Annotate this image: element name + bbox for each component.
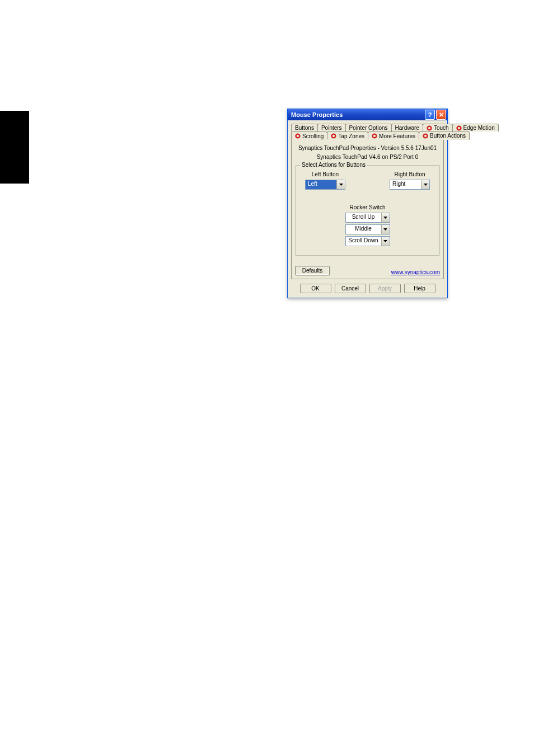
titlebar: Mouse Properties ? ✕ — [288, 109, 447, 120]
select-value: Right — [390, 180, 421, 189]
tab-scrolling[interactable]: Scrolling — [291, 132, 327, 140]
defaults-button[interactable]: Defaults — [295, 266, 330, 275]
tab-label: Buttons — [295, 125, 314, 131]
chevron-down-icon — [381, 237, 390, 246]
rocker-middle-select[interactable]: Middle — [345, 224, 390, 234]
synaptics-swirl-icon — [456, 125, 462, 131]
tab-label: Hardware — [395, 125, 419, 131]
cancel-button[interactable]: Cancel — [335, 284, 366, 293]
chevron-down-icon — [381, 213, 390, 222]
tab-label: Edge Motion — [463, 125, 495, 131]
rocker-down-select[interactable]: Scroll Down — [345, 236, 390, 246]
synaptics-link[interactable]: www.synaptics.com — [391, 269, 440, 275]
synaptics-swirl-icon — [331, 133, 336, 139]
tab-edge-motion[interactable]: Edge Motion — [452, 124, 499, 132]
help-button[interactable]: ? — [425, 110, 435, 120]
tab-more-features[interactable]: More Features — [368, 132, 419, 140]
rocker-up-select[interactable]: Scroll Up — [345, 213, 390, 223]
synaptics-swirl-icon — [295, 133, 301, 139]
left-button-action-select[interactable]: Left — [305, 180, 345, 190]
tab-hardware[interactable]: Hardware — [391, 124, 423, 132]
synaptics-swirl-icon — [427, 125, 432, 131]
group-legend: Select Actions for Buttons — [300, 162, 367, 168]
driver-version-line: Synaptics TouchPad Properties - Version … — [295, 145, 440, 152]
window-title: Mouse Properties — [291, 111, 424, 118]
left-right-columns: Left Button Left Right Button — [300, 171, 435, 190]
chevron-down-icon — [336, 180, 345, 189]
dialog-button-row: OK Cancel Apply Help — [288, 279, 447, 298]
close-button[interactable]: ✕ — [436, 110, 446, 120]
tab-strip: Buttons Pointers Pointer Options Hardwar… — [288, 120, 447, 279]
panel-footer: Defaults www.synaptics.com — [295, 266, 440, 275]
actions-groupbox: Select Actions for Buttons Left Button L… — [295, 165, 440, 256]
left-button-column: Left Button Left — [300, 171, 350, 190]
tab-label: Pointer Options — [349, 125, 388, 131]
page-decor-block — [0, 111, 29, 184]
select-value: Middle — [346, 225, 381, 234]
tab-tap-zones[interactable]: Tap Zones — [327, 132, 368, 140]
right-button-label: Right Button — [394, 171, 425, 177]
rocker-switch-block: Rocker Switch Scroll Up Middle — [300, 204, 435, 246]
tab-label: Pointers — [321, 125, 342, 131]
select-value: Scroll Up — [346, 213, 381, 222]
chevron-down-icon — [381, 225, 390, 234]
synaptics-swirl-icon — [423, 133, 428, 139]
tab-panel-button-actions: Synaptics TouchPad Properties - Version … — [291, 139, 444, 279]
synaptics-swirl-icon — [372, 133, 377, 139]
close-icon: ✕ — [439, 111, 444, 119]
mouse-properties-dialog: Mouse Properties ? ✕ Buttons Pointers Po… — [287, 109, 448, 298]
tab-label: Button Actions — [430, 133, 466, 139]
select-value: Scroll Down — [346, 237, 381, 246]
tab-pointers[interactable]: Pointers — [317, 124, 346, 132]
tab-button-actions[interactable]: Button Actions — [419, 132, 470, 140]
tab-label: Tap Zones — [338, 133, 364, 139]
right-button-column: Right Button Right — [385, 171, 435, 190]
help-dialog-button[interactable]: Help — [404, 284, 435, 293]
select-value: Left — [306, 180, 336, 189]
apply-button[interactable]: Apply — [369, 284, 401, 293]
left-button-label: Left Button — [312, 171, 339, 177]
ok-button[interactable]: OK — [300, 284, 331, 293]
device-line: Synaptics TouchPad V4.6 on PS/2 Port 0 — [295, 154, 440, 161]
tab-row-2: Scrolling Tap Zones More Features — [291, 132, 444, 140]
tab-row-1: Buttons Pointers Pointer Options Hardwar… — [291, 124, 444, 132]
right-button-action-select[interactable]: Right — [390, 180, 430, 190]
chevron-down-icon — [421, 180, 429, 189]
tab-label: Touch — [434, 125, 449, 131]
tab-touch[interactable]: Touch — [423, 124, 453, 132]
tab-label: Scrolling — [302, 133, 324, 139]
tab-pointer-options[interactable]: Pointer Options — [345, 124, 392, 132]
rocker-switch-label: Rocker Switch — [300, 204, 435, 210]
tab-label: More Features — [379, 133, 415, 139]
tab-buttons[interactable]: Buttons — [291, 124, 318, 132]
